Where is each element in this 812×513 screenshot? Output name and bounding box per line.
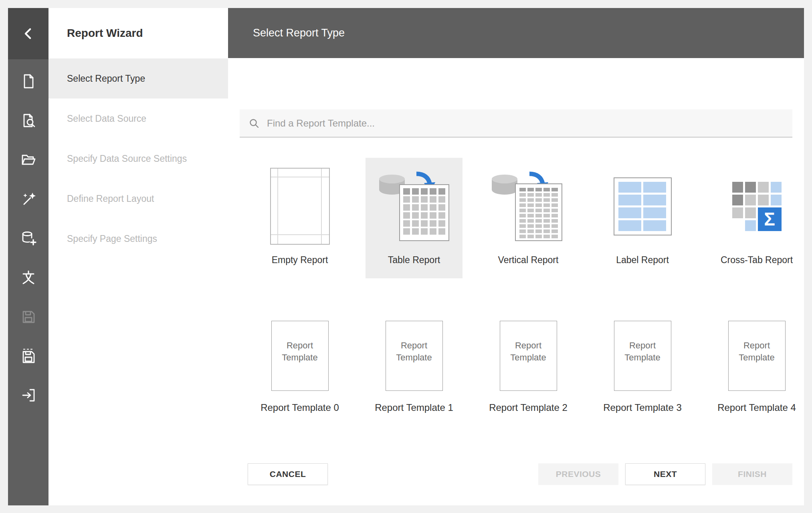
design-preview-button[interactable] <box>19 111 38 130</box>
template-label: Report Template 2 <box>489 402 568 413</box>
template-card-1[interactable]: Report Template Report Template 1 <box>366 321 463 413</box>
template-thumbnail: Report Template <box>500 321 557 391</box>
wizard-title: Report Wizard <box>48 8 228 58</box>
new-document-icon <box>20 73 36 89</box>
template-thumb-text: Report Template <box>392 340 436 390</box>
vertical-report-icon <box>480 158 577 255</box>
exit-icon <box>20 387 36 403</box>
toolbar-icons <box>8 59 48 404</box>
label-report-icon <box>594 158 691 255</box>
report-template-list: Report Template Report Template 0 Report… <box>251 321 805 413</box>
wizard-steps: Select Report Type Select Data Source Sp… <box>48 58 228 259</box>
step-specify-page-settings: Specify Page Settings <box>48 219 228 259</box>
template-thumbnail: Report Template <box>271 321 329 391</box>
open-folder-icon <box>20 152 36 168</box>
table-report-icon <box>366 158 463 255</box>
step-select-data-source: Select Data Source <box>48 99 228 139</box>
localization-icon <box>20 270 36 286</box>
template-card-2[interactable]: Report Template Report Template 2 <box>480 321 577 413</box>
save-icon <box>20 309 36 325</box>
cancel-button[interactable]: CANCEL <box>248 463 328 485</box>
localization-button[interactable] <box>19 268 38 287</box>
page-title: Select Report Type <box>228 8 804 58</box>
back-icon <box>22 27 35 40</box>
search-box[interactable] <box>240 109 792 137</box>
wizard-steps-panel: Report Wizard Select Report Type Select … <box>48 8 228 505</box>
save-as-icon <box>20 348 36 364</box>
wizard-footer: CANCEL PREVIOUS NEXT FINISH <box>240 463 792 485</box>
report-type-list: Empty Report <box>251 158 805 278</box>
design-preview-icon <box>20 113 36 129</box>
step-specify-data-source-settings: Specify Data Source Settings <box>48 139 228 179</box>
exit-button[interactable] <box>19 386 38 404</box>
crosstab-report-icon: Σ <box>708 158 805 255</box>
report-type-label-report[interactable]: Label Report <box>594 158 691 278</box>
template-thumbnail: Report Template <box>614 321 671 391</box>
sigma-icon: Σ <box>758 207 782 231</box>
template-thumbnail: Report Template <box>386 321 443 391</box>
template-card-4[interactable]: Report Template Report Template 4 <box>708 321 805 413</box>
search-input[interactable] <box>266 117 769 129</box>
step-define-report-layout: Define Report Layout <box>48 179 228 219</box>
save-button-toolbar <box>19 308 38 326</box>
save-as-button[interactable] <box>19 347 38 365</box>
toolbar-sidebar <box>8 8 48 505</box>
report-type-table[interactable]: Table Report <box>366 158 463 278</box>
report-type-label: Label Report <box>616 255 669 266</box>
next-button[interactable]: NEXT <box>625 463 705 485</box>
report-type-crosstab[interactable]: Σ Cross-Tab Report <box>708 158 805 278</box>
template-thumb-text: Report Template <box>506 340 550 390</box>
template-thumbnail: Report Template <box>728 321 786 391</box>
previous-button: PREVIOUS <box>538 463 618 485</box>
database-icon <box>492 175 517 195</box>
template-card-0[interactable]: Report Template Report Template 0 <box>251 321 348 413</box>
new-document-button[interactable] <box>19 72 38 91</box>
step-select-report-type[interactable]: Select Report Type <box>48 58 228 99</box>
search-icon <box>248 118 260 129</box>
empty-report-icon <box>251 158 348 255</box>
template-card-3[interactable]: Report Template Report Template 3 <box>594 321 691 413</box>
template-label: Report Template 3 <box>603 402 682 413</box>
template-thumb-text: Report Template <box>735 340 779 390</box>
report-type-label: Table Report <box>388 255 440 266</box>
wizard-wand-icon <box>20 191 36 207</box>
template-label: Report Template 0 <box>261 402 339 413</box>
report-type-label: Empty Report <box>272 255 328 266</box>
add-datasource-button[interactable] <box>19 229 38 247</box>
report-type-label: Vertical Report <box>498 255 559 266</box>
report-type-label: Cross-Tab Report <box>721 255 793 266</box>
template-thumb-text: Report Template <box>278 340 322 390</box>
report-type-empty[interactable]: Empty Report <box>251 158 348 278</box>
template-label: Report Template 4 <box>717 402 796 413</box>
main-content: Empty Report <box>228 58 804 505</box>
template-thumb-text: Report Template <box>620 340 665 390</box>
back-button[interactable] <box>8 8 48 59</box>
open-report-button[interactable] <box>19 151 38 169</box>
report-wizard-button[interactable] <box>19 190 38 208</box>
finish-button: FINISH <box>712 463 792 485</box>
report-type-vertical[interactable]: Vertical Report <box>480 158 577 278</box>
template-label: Report Template 1 <box>375 402 453 413</box>
add-datasource-icon <box>20 230 36 246</box>
